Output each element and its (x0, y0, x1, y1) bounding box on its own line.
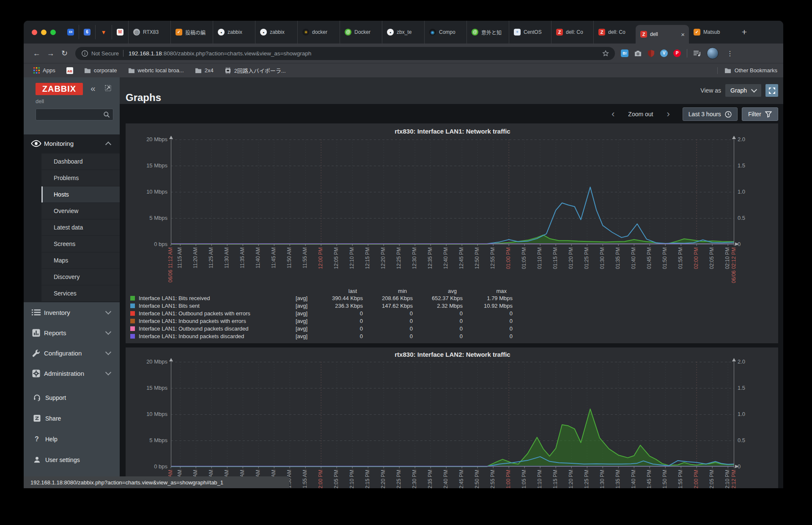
sidebar-footer-help[interactable]: ?Help (24, 429, 120, 449)
x-axis-label: 02:00 PM (693, 470, 699, 488)
collapse-sidebar-icon[interactable]: « (91, 83, 96, 93)
browser-tab[interactable]: ✳docker (297, 21, 340, 44)
sidebar-item-services[interactable]: Services (41, 285, 120, 301)
legend-value-last: 0 (315, 317, 365, 325)
pinned-tab[interactable]: DI (63, 25, 79, 39)
folder-icon (724, 67, 731, 74)
sidebar-footer-share[interactable]: Share (24, 408, 120, 429)
folder-icon (128, 67, 135, 74)
bookmark-label: corporate (94, 67, 117, 74)
sidebar-section-configuration[interactable]: Configuration (24, 343, 120, 363)
sidebar-item-latest-data[interactable]: Latest data (41, 219, 120, 235)
time-shift-back-button[interactable]: ‹ (608, 108, 618, 120)
x-axis-label: 12:55 PM (490, 247, 496, 269)
legend-spacer (288, 287, 315, 295)
sidebar-footer-support[interactable]: Support (24, 387, 120, 408)
browser-tab[interactable]: ✓投稿の編 (170, 21, 213, 44)
zoom-out-button[interactable]: Zoom out (628, 111, 653, 118)
time-shift-forward-button[interactable]: › (663, 108, 673, 120)
hide-sidebar-icon[interactable] (105, 85, 111, 93)
list-icon (30, 309, 41, 316)
reload-button[interactable]: ↻ (58, 49, 71, 58)
sidebar-footer-user-settings[interactable]: User settings (24, 449, 120, 470)
tab-close-icon[interactable]: × (680, 31, 686, 38)
browser-tab[interactable]: ✦CentOS (509, 21, 551, 44)
filter-button[interactable]: Filter (742, 107, 778, 121)
tab-title: zabbix (228, 29, 252, 35)
browser-tab[interactable]: @Docker (340, 21, 382, 44)
legend-value-avg: 0 (415, 317, 465, 325)
sidebar-item-discovery[interactable]: Discovery (41, 269, 120, 285)
address-bar[interactable]: Not Secure 192.168.1.18:8080/zabbix.php?… (75, 47, 615, 60)
x-axis-label: 12:05 PM (333, 247, 339, 269)
sidebar-section-monitoring[interactable]: Monitoring (24, 134, 120, 152)
sidebar-item-dashboard[interactable]: Dashboard (41, 153, 120, 170)
kiosk-mode-button[interactable] (765, 84, 778, 97)
sidebar-item-hosts[interactable]: Hosts (41, 186, 120, 202)
sidebar-search-input[interactable] (36, 109, 113, 120)
minimize-window-button[interactable] (41, 30, 47, 35)
browser-tab[interactable]: Zdell: Co (551, 21, 593, 44)
other-bookmarks[interactable]: Other Bookmarks (717, 67, 777, 74)
browser-menu-icon[interactable]: ⋮ (724, 49, 736, 57)
ublock-origin-extension-icon[interactable] (647, 49, 655, 57)
view-as-select[interactable]: Graph (725, 84, 761, 97)
time-range-button[interactable]: Last 3 hours (683, 107, 738, 121)
sidebar-item-overview[interactable]: Overview (41, 203, 120, 219)
chart-plot-area[interactable] (171, 362, 734, 467)
legend-color-swatch (130, 311, 135, 316)
forward-button[interactable]: → (44, 49, 58, 58)
camera-extension-icon[interactable] (634, 49, 642, 57)
sidebar-section-administration[interactable]: Administration (24, 363, 120, 383)
x-axis-label: 12:25 PM (396, 470, 402, 488)
browser-tab[interactable]: ✓Matsub (689, 21, 731, 44)
browser-tab[interactable]: ◉Compo (424, 21, 466, 44)
pinterest-extension-icon[interactable]: P (673, 49, 681, 57)
bookmark-item[interactable]: 2x4 (195, 67, 214, 74)
x-axis-label: 01:55 PM (678, 470, 683, 488)
pinned-tab[interactable]: 6 (79, 25, 95, 39)
sidebar-section-inventory[interactable]: Inventory (24, 302, 120, 323)
info-icon[interactable] (81, 50, 88, 57)
zshare-icon (32, 415, 42, 422)
zabbix-logo[interactable]: ZABBIX (36, 83, 83, 95)
playlist-extension-icon[interactable] (693, 50, 701, 57)
legend-function: [avg] (288, 333, 315, 340)
bookmark-star-icon[interactable] (602, 50, 609, 57)
legend-value-avg: 652.37 Kbps (415, 295, 465, 302)
bookmark-item[interactable]: Apps (33, 67, 55, 74)
sidebar-section-reports[interactable]: Reports (24, 323, 120, 343)
chart-plot-area[interactable] (171, 139, 734, 244)
legend-spacer (130, 287, 139, 295)
back-button[interactable]: ← (30, 49, 44, 58)
sidebar-item-maps[interactable]: Maps (41, 252, 120, 268)
bookmark-item[interactable]: 2回路入バイポーラ... (225, 66, 286, 74)
url-text: 192.168.1.18:8080/zabbix.php?action=char… (129, 50, 602, 57)
other-bookmarks-label: Other Bookmarks (735, 67, 777, 74)
browser-tab[interactable]: ●zbx_te (382, 21, 424, 44)
profile-avatar[interactable] (707, 47, 719, 59)
x-axis-label: 12:10 PM (349, 470, 355, 488)
browser-toolbar: ← → ↻ Not Secure 192.168.1.18:8080/zabbi… (24, 44, 783, 63)
browser-tab[interactable]: @意外と知 (466, 21, 509, 44)
pinned-tab[interactable]: ▼ (95, 25, 112, 39)
bookmark-item[interactable]: corporate (84, 67, 117, 74)
bookmark-item[interactable]: webrtc local broa... (128, 67, 184, 74)
hatena-bookmark-extension-icon[interactable]: B! (621, 49, 628, 57)
zoom-window-button[interactable] (50, 30, 56, 35)
browser-tab[interactable]: ●zabbix (255, 21, 297, 44)
sidebar-item-problems[interactable]: Problems (41, 170, 120, 186)
browser-tab-active[interactable]: Zdell× (636, 25, 689, 44)
x-axis-label: 06/06 02:12 PM (731, 470, 737, 488)
sidebar-item-screens[interactable]: Screens (41, 236, 120, 252)
chart-panel-lan1: rtx830: Interface LAN1: Network traffic … (126, 123, 778, 343)
x-axis-label: 01:10 PM (537, 247, 543, 269)
vimeo-extension-icon[interactable]: V (660, 49, 668, 57)
bookmark-item[interactable]: AB (66, 67, 73, 74)
close-window-button[interactable] (32, 30, 37, 35)
new-tab-button[interactable]: + (737, 27, 752, 37)
browser-tab[interactable]: ●zabbix (213, 21, 255, 44)
pinned-tab[interactable]: M (112, 25, 128, 39)
browser-tab[interactable]: Zdell: Co (593, 21, 636, 44)
browser-tab[interactable]: ◍RTX83 (128, 21, 170, 44)
